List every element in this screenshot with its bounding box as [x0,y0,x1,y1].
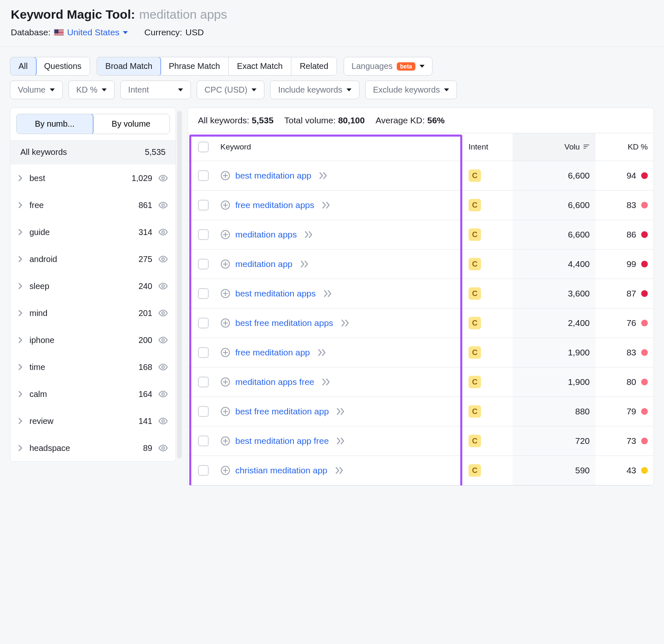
keyword-group[interactable]: mind 201 [10,299,176,326]
row-checkbox[interactable] [198,347,209,358]
eye-icon[interactable] [158,200,168,210]
column-volume[interactable]: Volu [513,133,596,161]
keyword-group[interactable]: android 275 [10,245,176,272]
database-selector[interactable]: United States [54,27,128,37]
open-keyword-icon[interactable] [319,172,328,179]
keyword-group[interactable]: calm 164 [10,380,176,407]
select-all-checkbox[interactable] [198,142,209,152]
all-keywords-row[interactable]: All keywords 5,535 [10,140,176,164]
add-to-list-icon[interactable] [220,200,230,210]
filter-cpc[interactable]: CPC (USD) [197,81,264,99]
eye-icon[interactable] [158,389,168,399]
keyword-link[interactable]: best meditation app free [235,436,329,446]
open-keyword-icon[interactable] [336,437,345,445]
row-checkbox[interactable] [198,436,209,446]
keyword-group[interactable]: free 861 [10,191,176,218]
eye-icon[interactable] [158,173,168,183]
add-to-list-icon[interactable] [220,406,230,416]
table-row: free meditation app C 1,900 83 [188,338,654,367]
row-checkbox[interactable] [198,259,209,269]
sort-by-number[interactable]: By numb... [16,114,93,134]
eye-icon[interactable] [158,254,168,264]
add-to-list-icon[interactable] [220,259,230,269]
row-checkbox[interactable] [198,406,209,417]
keyword-link[interactable]: meditation apps free [235,377,314,387]
column-keyword[interactable]: Keyword [219,134,463,160]
filter-include-keywords[interactable]: Include keywords [270,81,359,99]
keyword-link[interactable]: best free meditation apps [235,318,333,328]
keyword-group[interactable]: review 141 [10,407,176,434]
keyword-group[interactable]: iphone 200 [10,326,176,353]
filter-intent[interactable]: Intent [120,81,191,99]
filter-kd[interactable]: KD % [68,81,115,99]
keyword-link[interactable]: best meditation apps [235,289,316,299]
row-checkbox[interactable] [198,229,209,240]
keyword-link[interactable]: christian meditation app [235,465,327,475]
open-keyword-icon[interactable] [300,260,309,268]
add-to-list-icon[interactable] [220,348,230,358]
sidebar-scrollbar[interactable] [177,111,182,458]
eye-icon[interactable] [158,308,168,318]
keyword-link[interactable]: best meditation app [235,171,311,181]
keyword-group[interactable]: best 1,029 [10,164,176,191]
tab-questions[interactable]: Questions [36,57,90,75]
row-checkbox[interactable] [198,377,209,387]
row-checkbox[interactable] [198,170,209,181]
add-to-list-icon[interactable] [220,230,230,240]
eye-icon[interactable] [158,281,168,291]
add-to-list-icon[interactable] [220,436,230,446]
open-keyword-icon[interactable] [341,319,350,327]
tab-related[interactable]: Related [291,57,337,75]
keyword-link[interactable]: meditation app [235,259,293,269]
tab-exact-match[interactable]: Exact Match [229,57,291,75]
open-keyword-icon[interactable] [323,290,332,297]
filter-volume[interactable]: Volume [10,81,63,99]
table-row: best free meditation app C 880 79 [188,397,654,426]
tab-broad-match[interactable]: Broad Match [97,57,161,76]
add-to-list-icon[interactable] [220,465,230,475]
eye-icon[interactable] [158,443,168,453]
keyword-group[interactable]: guide 314 [10,218,176,245]
keyword-link[interactable]: meditation apps [235,230,297,240]
keyword-link[interactable]: free meditation apps [235,200,314,210]
svg-point-3 [162,258,164,260]
column-intent[interactable]: Intent [463,134,513,160]
row-checkbox[interactable] [198,288,209,299]
open-keyword-icon[interactable] [322,378,331,386]
open-keyword-icon[interactable] [322,201,331,209]
eye-icon[interactable] [158,416,168,426]
open-keyword-icon[interactable] [336,408,345,415]
row-checkbox[interactable] [198,465,209,476]
add-to-list-icon[interactable] [220,318,230,328]
open-keyword-icon[interactable] [304,231,313,238]
keyword-link[interactable]: free meditation app [235,348,310,358]
table-row: best meditation app C 6,600 94 [188,161,654,191]
open-keyword-icon[interactable] [335,467,344,474]
keyword-group-count: 164 [139,389,152,399]
languages-filter[interactable]: Languages beta [344,57,432,76]
add-to-list-icon[interactable] [220,289,230,299]
eye-icon[interactable] [158,362,168,372]
tab-all[interactable]: All [10,57,37,76]
add-to-list-icon[interactable] [220,171,230,181]
eye-icon[interactable] [158,227,168,237]
volume-cell: 880 [513,397,596,426]
keyword-group[interactable]: time 168 [10,353,176,380]
kd-cell: 76 [596,310,654,336]
keyword-group-count: 201 [139,309,152,318]
keyword-group[interactable]: headspace 89 [10,434,176,461]
add-to-list-icon[interactable] [220,377,230,387]
row-checkbox[interactable] [198,318,209,328]
tab-phrase-match[interactable]: Phrase Match [161,57,229,75]
filter-exclude-keywords[interactable]: Exclude keywords [365,81,457,99]
keyword-link[interactable]: best free meditation app [235,406,329,416]
column-volume-label: Volu [564,142,580,152]
keyword-group[interactable]: sleep 240 [10,272,176,299]
summary-total-volume: Total volume: 80,100 [284,115,365,125]
intent-badge: C [469,228,481,241]
row-checkbox[interactable] [198,200,209,211]
sort-by-volume[interactable]: By volume [93,114,170,134]
open-keyword-icon[interactable] [317,349,327,356]
eye-icon[interactable] [158,335,168,345]
column-kd[interactable]: KD % [596,134,654,160]
